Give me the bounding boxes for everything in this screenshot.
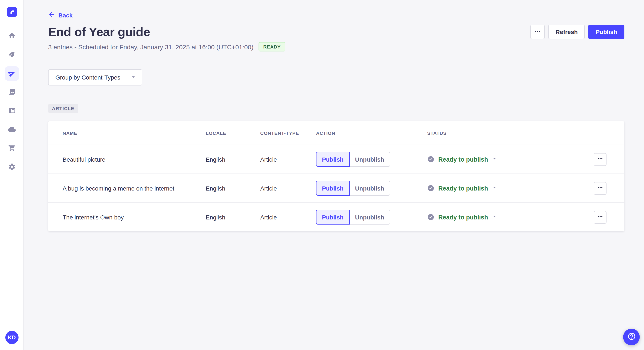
entry-locale: English (206, 185, 260, 191)
action-toggle: Publish Unpublish (316, 210, 427, 224)
chevron-down-icon (492, 184, 498, 192)
entry-name: A bug is becoming a meme on the internet (62, 185, 206, 191)
entry-locale: English (206, 214, 260, 220)
publish-release-button[interactable]: Publish (588, 25, 624, 39)
feather-icon (8, 50, 16, 59)
action-toggle: Publish Unpublish (316, 181, 427, 196)
chevron-down-icon (492, 213, 498, 221)
back-link[interactable]: Back (48, 11, 72, 19)
entry-content-type: Article (260, 214, 316, 220)
table-row: Beautiful picture English Article Publis… (48, 145, 624, 174)
content-type-group-badge: ARTICLE (48, 104, 78, 113)
column-header-name: NAME (62, 130, 206, 136)
sidebar: KD (0, 0, 24, 350)
table-header-row: NAME LOCALE CONTENT-TYPE ACTION STATUS (48, 121, 624, 145)
column-header-status: STATUS (427, 130, 583, 136)
sidebar-item-releases[interactable] (4, 66, 19, 81)
release-more-button[interactable] (530, 25, 545, 39)
refresh-button[interactable]: Refresh (548, 25, 585, 39)
check-circle-icon (427, 156, 434, 163)
header-actions: Refresh Publish (530, 25, 624, 39)
check-circle-icon (427, 213, 434, 221)
app-root: KD Back End of Year guide Refresh Publis… (0, 0, 644, 350)
arrow-left-icon (48, 11, 55, 19)
entry-status-dropdown[interactable]: Ready to publish (438, 213, 498, 221)
unpublish-toggle-button[interactable]: Unpublish (349, 152, 390, 167)
help-icon (627, 332, 636, 342)
entry-status-dropdown[interactable]: Ready to publish (438, 184, 498, 192)
column-header-content-type: CONTENT-TYPE (260, 130, 316, 136)
images-icon (8, 88, 16, 97)
user-avatar[interactable]: KD (5, 331, 18, 344)
cart-icon (8, 144, 16, 153)
publish-toggle-button[interactable]: Publish (316, 152, 350, 167)
entry-name: Beautiful picture (62, 156, 206, 163)
help-button[interactable] (623, 329, 640, 345)
unpublish-toggle-button[interactable]: Unpublish (349, 210, 390, 224)
sidebar-item-content-manager[interactable] (4, 48, 19, 62)
entry-content-type: Article (260, 156, 316, 163)
entry-status: Ready to publish (438, 214, 488, 220)
ellipsis-icon (597, 184, 603, 192)
ellipsis-icon (597, 156, 603, 163)
entry-status-dropdown[interactable]: Ready to publish (438, 156, 498, 163)
entry-name: The internet's Own boy (62, 214, 206, 220)
paper-plane-icon (8, 69, 16, 78)
sidebar-icon-list (4, 29, 19, 174)
entry-status: Ready to publish (438, 185, 488, 191)
row-menu-button[interactable] (594, 182, 606, 194)
sidebar-item-media-library[interactable] (4, 85, 19, 100)
home-icon (8, 32, 16, 41)
group-by-select[interactable]: Group by Content-Types (48, 69, 142, 85)
entry-content-type: Article (260, 185, 316, 191)
unpublish-toggle-button[interactable]: Unpublish (349, 181, 390, 196)
ready-status-badge: READY (258, 42, 285, 51)
table-row: The internet's Own boy English Article P… (48, 202, 624, 231)
column-header-action: ACTION (316, 130, 427, 136)
publish-toggle-button[interactable]: Publish (316, 210, 350, 224)
sidebar-item-content-type-builder[interactable] (4, 104, 19, 118)
entries-table: NAME LOCALE CONTENT-TYPE ACTION STATUS B… (48, 121, 624, 231)
chevron-down-icon (130, 73, 137, 81)
sidebar-item-home[interactable] (4, 29, 19, 43)
strapi-logo-icon[interactable] (6, 7, 17, 17)
ellipsis-icon (597, 213, 603, 221)
layout-icon (8, 107, 16, 116)
page-title: End of Year guide (48, 25, 150, 39)
publish-toggle-button[interactable]: Publish (316, 181, 350, 196)
chevron-down-icon (492, 156, 498, 163)
sidebar-item-settings[interactable] (4, 160, 19, 174)
check-circle-icon (427, 184, 434, 192)
column-header-locale: LOCALE (206, 130, 260, 136)
ellipsis-icon (534, 28, 541, 36)
table-row: A bug is becoming a meme on the internet… (48, 174, 624, 202)
cloud-icon (8, 125, 16, 134)
group-by-value: Group by Content-Types (55, 74, 120, 81)
sidebar-item-cloud[interactable] (4, 123, 19, 137)
release-subtitle: 3 entries - Scheduled for Friday, Januar… (48, 43, 254, 50)
gear-icon (8, 163, 16, 172)
sidebar-divider (0, 23, 24, 23)
row-menu-button[interactable] (594, 211, 606, 223)
row-menu-button[interactable] (594, 153, 606, 166)
main-content: Back End of Year guide Refresh Publish 3… (24, 0, 644, 231)
entry-locale: English (206, 156, 260, 163)
back-label: Back (58, 12, 72, 18)
sidebar-item-marketplace[interactable] (4, 141, 19, 156)
action-toggle: Publish Unpublish (316, 152, 427, 167)
entry-status: Ready to publish (438, 156, 488, 163)
